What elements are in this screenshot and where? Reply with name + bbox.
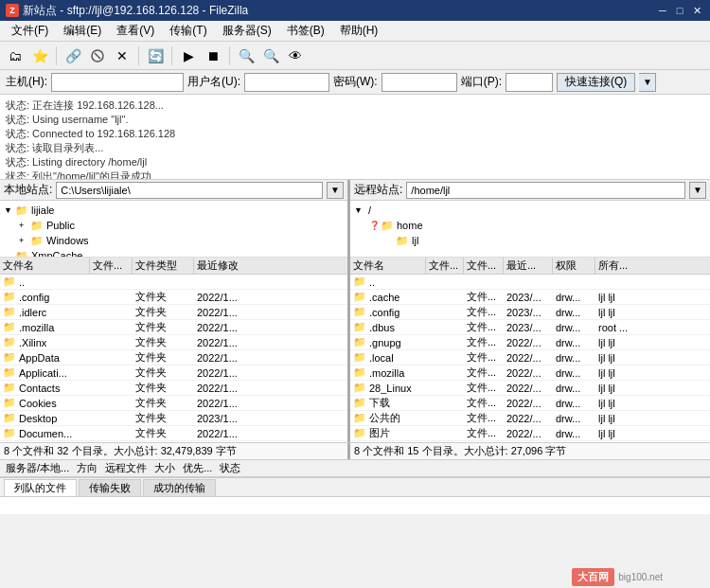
remote-path-dropdown[interactable]: ▼ xyxy=(689,182,706,199)
toolbar-open[interactable]: 🗂 xyxy=(4,45,27,67)
local-path-input[interactable] xyxy=(56,182,323,199)
local-path-dropdown[interactable]: ▼ xyxy=(327,182,344,199)
port-input[interactable] xyxy=(506,73,553,92)
remote-file-row[interactable]: 📁.gnupg文件...2022/...drw...ljl ljl xyxy=(350,335,710,350)
remote-status-text: 8 个文件和 15 个目录。大小总计: 27,096 字节 xyxy=(354,444,566,458)
menu-item-T[interactable]: 传输(T) xyxy=(162,21,214,41)
toolbar-cancel[interactable]: ✕ xyxy=(111,45,133,67)
local-file-row[interactable]: 📁.config文件夹2022/1... xyxy=(0,290,347,305)
local-col-文件名[interactable]: 文件名 xyxy=(0,258,90,274)
transfer-tab-0[interactable]: 列队的文件 xyxy=(4,479,77,496)
remote-file-cell xyxy=(426,411,464,425)
remote-file-cell: 📁28_Linux xyxy=(350,381,426,395)
menu-item-E[interactable]: 编辑(E) xyxy=(56,21,109,41)
remote-file-list[interactable]: 文件名文件...文件...最近...权限所有...📁..📁.cache文件...… xyxy=(350,258,710,442)
remote-status-bar: 8 个文件和 15 个目录。大小总计: 27,096 字节 xyxy=(350,443,710,459)
local-file-row[interactable]: 📁Documen...文件夹2022/1... xyxy=(0,426,347,441)
local-file-row[interactable]: 📁.idlerc文件夹2022/1... xyxy=(0,305,347,320)
local-file-list[interactable]: 文件名文件...文件类型最近修改📁..📁.config文件夹2022/1...📁… xyxy=(0,258,347,442)
remote-file-row[interactable]: 📁.local文件...2022/...drw...ljl ljl xyxy=(350,350,710,365)
toolbar-search[interactable]: 🔍 xyxy=(235,45,257,67)
remote-file-row[interactable]: 📁文档文件...2022/...drw...ljl ljl xyxy=(350,441,710,442)
local-file-cell xyxy=(90,365,133,380)
remote-path-input[interactable] xyxy=(406,182,685,199)
close-button[interactable]: ✕ xyxy=(689,3,704,18)
remote-file-row[interactable]: 📁下载文件...2022/...drw...ljl ljl xyxy=(350,396,710,411)
toolbar-disconnect[interactable] xyxy=(86,45,109,67)
toolbar-connect[interactable]: 🔗 xyxy=(62,45,84,67)
quick-connect-button[interactable]: 快速连接(Q) xyxy=(557,73,635,92)
menu-item-F[interactable]: 文件(F) xyxy=(4,21,56,41)
local-file-cell: 文件夹 xyxy=(133,441,194,442)
local-file-row[interactable]: 📁.mozilla文件夹2022/1... xyxy=(0,320,347,335)
remote-col-文件...[interactable]: 文件... xyxy=(426,258,464,274)
remote-tree-item[interactable]: ❓📁home xyxy=(350,218,710,233)
local-tree[interactable]: ▼📁lijiale+📁Public+📁Windows📁XmpCache xyxy=(0,201,347,258)
pass-input[interactable] xyxy=(382,73,457,92)
remote-col-文件名[interactable]: 文件名 xyxy=(350,258,426,274)
local-col-最近修改[interactable]: 最近修改 xyxy=(194,258,265,274)
transfer-tab-2[interactable]: 成功的传输 xyxy=(143,479,216,496)
remote-file-cell: 2022/... xyxy=(504,335,553,349)
remote-file-row[interactable]: 📁28_Linux文件...2022/...drw...ljl ljl xyxy=(350,381,710,396)
local-file-cell: 📁AppData xyxy=(0,350,90,365)
remote-col-最近...[interactable]: 最近... xyxy=(504,258,553,274)
local-col-文件...[interactable]: 文件... xyxy=(90,258,133,274)
remote-file-row[interactable]: 📁.mozilla文件...2022/...drw...ljl ljl xyxy=(350,365,710,381)
local-file-cell: 2022/1... xyxy=(194,396,265,410)
menu-item-H[interactable]: 帮助(H) xyxy=(332,21,386,41)
toolbar-view[interactable]: 👁 xyxy=(284,45,307,67)
menu-item-V[interactable]: 查看(V) xyxy=(109,21,162,41)
minimize-button[interactable]: ─ xyxy=(655,3,670,18)
remote-file-row[interactable]: 📁.cache文件...2023/...drw...ljl ljl xyxy=(350,290,710,305)
remote-tree[interactable]: ▼/❓📁home📁ljl xyxy=(350,201,710,258)
quick-connect-dropdown[interactable]: ▼ xyxy=(639,73,656,92)
toolbar-bookmark[interactable]: ⭐ xyxy=(28,45,51,67)
remote-file-row[interactable]: 📁公共的文件...2022/...drw...ljl ljl xyxy=(350,411,710,426)
menu-item-S[interactable]: 服务器(S) xyxy=(215,21,279,41)
local-file-row[interactable]: 📁AppData文件夹2022/1... xyxy=(0,350,347,365)
remote-tree-item[interactable]: ▼/ xyxy=(350,203,710,218)
app-icon: Z xyxy=(6,4,19,17)
host-input[interactable] xyxy=(51,73,184,92)
maximize-button[interactable]: □ xyxy=(672,3,687,18)
toolbar-stop-queue[interactable]: ⏹ xyxy=(202,45,224,67)
local-file-row[interactable]: 📁Downloads文件夹2022/1... xyxy=(0,441,347,442)
remote-file-cell: drw... xyxy=(553,426,595,440)
local-tree-item[interactable]: +📁Windows xyxy=(0,233,347,248)
toolbar-reconnect[interactable]: 🔄 xyxy=(144,45,167,67)
local-file-cell: 文件夹 xyxy=(133,411,194,425)
local-file-row[interactable]: 📁Cookies文件夹2022/1... xyxy=(0,396,347,411)
local-tree-item[interactable]: ▼📁lijiale xyxy=(0,203,347,218)
remote-file-row[interactable]: 📁.dbus文件...2023/...drw...root ... xyxy=(350,320,710,335)
transfer-tab-1[interactable]: 传输失败 xyxy=(79,479,141,496)
remote-file-row[interactable]: 📁图片文件...2022/...drw...ljl ljl xyxy=(350,426,710,441)
remote-file-cell: 文件... xyxy=(464,396,504,410)
local-file-cell: 文件夹 xyxy=(133,305,194,319)
remote-col-权限[interactable]: 权限 xyxy=(553,258,595,274)
local-file-cell xyxy=(90,335,133,349)
remote-tree-item[interactable]: 📁ljl xyxy=(350,233,710,248)
local-file-row[interactable]: 📁.. xyxy=(0,275,347,290)
remote-col-所有...[interactable]: 所有... xyxy=(595,258,643,274)
toolbar-compare[interactable]: 🔍 xyxy=(259,45,282,67)
local-file-row[interactable]: 📁Desktop文件夹2023/1... xyxy=(0,411,347,426)
remote-file-row[interactable]: 📁.config文件...2023/...drw...ljl ljl xyxy=(350,305,710,320)
local-file-row[interactable]: 📁Applicati...文件夹2022/1... xyxy=(0,365,347,381)
remote-file-cell: 文件... xyxy=(464,350,504,365)
local-tree-item[interactable]: +📁Public xyxy=(0,218,347,233)
local-col-文件类型[interactable]: 文件类型 xyxy=(133,258,194,274)
local-tree-item[interactable]: 📁XmpCache xyxy=(0,248,347,258)
local-file-row[interactable]: 📁.Xilinx文件夹2022/1... xyxy=(0,335,347,350)
toolbar-process-queue[interactable]: ▶ xyxy=(177,45,200,67)
remote-col-文件...[interactable]: 文件... xyxy=(464,258,504,274)
remote-file-row[interactable]: 📁.. xyxy=(350,275,710,290)
toolbar-sep-2 xyxy=(138,46,139,65)
menu-item-B[interactable]: 书签(B) xyxy=(279,21,332,41)
local-file-row[interactable]: 📁Contacts文件夹2022/1... xyxy=(0,381,347,396)
user-input[interactable] xyxy=(244,73,329,92)
local-file-cell xyxy=(90,350,133,365)
remote-file-cell xyxy=(426,396,464,410)
local-file-cell xyxy=(194,275,265,289)
remote-file-cell xyxy=(426,381,464,395)
